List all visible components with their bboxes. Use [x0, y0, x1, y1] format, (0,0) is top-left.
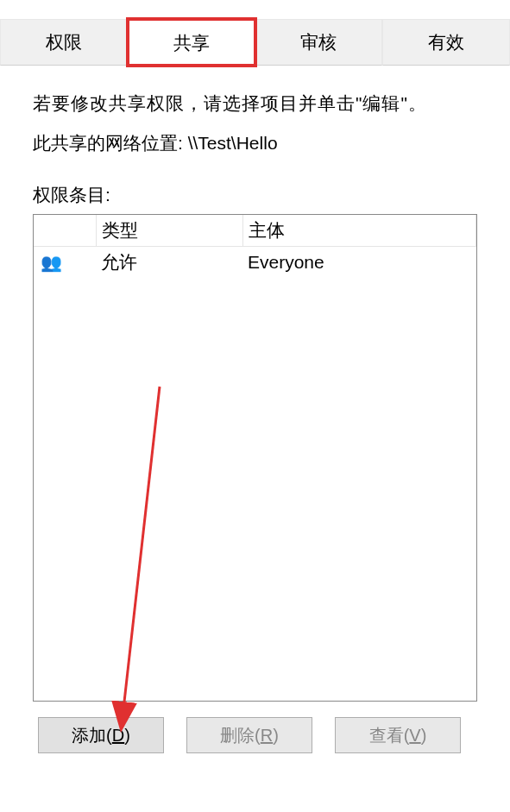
tab-share[interactable]: 共享	[128, 19, 255, 66]
table-header-type[interactable]: 类型	[96, 215, 242, 247]
network-location-label: 此共享的网络位置:	[33, 133, 183, 153]
add-button-suffix: )	[124, 726, 130, 746]
view-button-text: 查看(	[369, 724, 410, 747]
permissions-table[interactable]: 类型 主体 👥 允许 Everyone	[34, 215, 476, 278]
tab-share-label: 共享	[173, 31, 210, 55]
add-button-text: 添加(	[72, 724, 112, 747]
tab-effective-label: 有效	[428, 30, 464, 54]
view-button-key: V	[409, 726, 420, 746]
buttons-row: 添加(D) 删除(R) 查看(V)	[33, 717, 477, 753]
tab-audit[interactable]: 审核	[255, 19, 383, 66]
add-button[interactable]: 添加(D)	[38, 717, 164, 753]
add-button-key: D	[112, 726, 124, 746]
view-button[interactable]: 查看(V)	[335, 717, 461, 753]
permissions-table-container: 类型 主体 👥 允许 Everyone	[33, 214, 477, 702]
remove-button-text: 删除(	[220, 724, 261, 747]
table-cell-type: 允许	[96, 247, 242, 279]
remove-button-suffix: )	[273, 726, 279, 746]
tabs-bar: 权限 共享 审核 有效	[0, 19, 510, 66]
tab-audit-label: 审核	[300, 30, 337, 54]
instruction-text: 若要修改共享权限，请选择项目并单击"编辑"。	[33, 91, 477, 116]
tab-permissions[interactable]: 权限	[0, 19, 128, 66]
network-location-value: \\Test\Hello	[188, 133, 278, 153]
network-location: 此共享的网络位置: \\Test\Hello	[33, 131, 477, 155]
table-row[interactable]: 👥 允许 Everyone	[34, 247, 476, 279]
table-header-icon[interactable]	[34, 215, 96, 247]
remove-button-key: R	[261, 726, 273, 746]
users-icon: 👥	[39, 254, 62, 271]
table-cell-principal: Everyone	[242, 247, 476, 279]
view-button-suffix: )	[421, 726, 427, 746]
tab-permissions-label: 权限	[46, 30, 82, 54]
permissions-entries-label: 权限条目:	[33, 183, 477, 207]
remove-button[interactable]: 删除(R)	[186, 717, 312, 753]
tab-effective[interactable]: 有效	[382, 19, 510, 66]
table-header-principal[interactable]: 主体	[242, 215, 476, 247]
